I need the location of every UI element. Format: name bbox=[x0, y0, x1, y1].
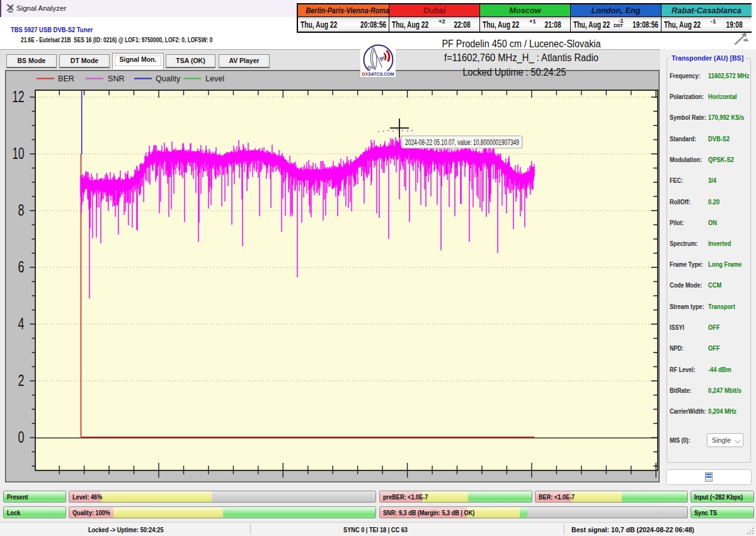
svg-text:2024-08-22 05.10.07, value: 10: 2024-08-22 05.10.07, value: 10,800000190… bbox=[405, 138, 519, 147]
svg-text:0: 0 bbox=[18, 428, 25, 446]
svg-text:8: 8 bbox=[18, 201, 25, 219]
svg-text:12: 12 bbox=[13, 88, 25, 105]
svg-text:4: 4 bbox=[18, 315, 25, 332]
svg-text:2: 2 bbox=[18, 371, 25, 389]
svg-text:DXSATCS.COM: DXSATCS.COM bbox=[362, 71, 394, 77]
svg-text:6: 6 bbox=[18, 258, 25, 276]
svg-text:10: 10 bbox=[13, 144, 25, 162]
